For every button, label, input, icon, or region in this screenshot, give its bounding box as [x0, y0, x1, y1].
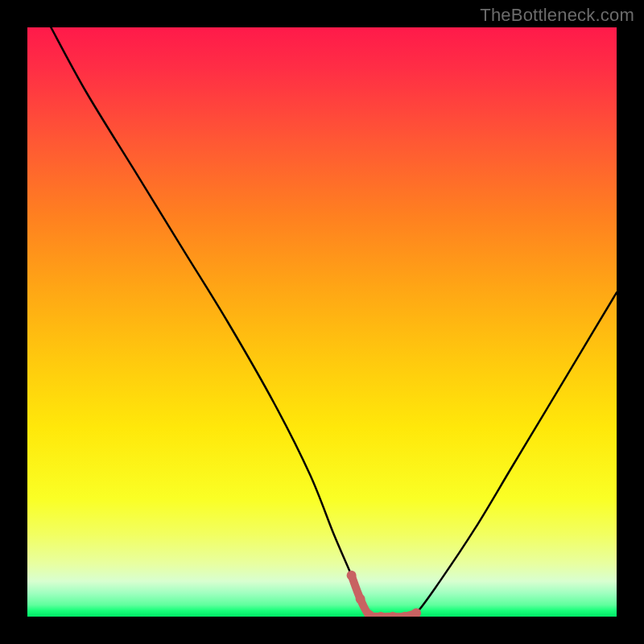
lowlight-dot [347, 571, 357, 580]
plot-area [27, 27, 617, 617]
watermark-text: TheBottleneck.com [480, 5, 634, 26]
bottleneck-curve [51, 27, 617, 617]
lowlight-dot [376, 612, 386, 617]
lowlight-dot [388, 612, 398, 617]
curve-svg [27, 27, 617, 617]
chart-frame: TheBottleneck.com [0, 0, 644, 644]
lowlight-dot [356, 594, 365, 604]
